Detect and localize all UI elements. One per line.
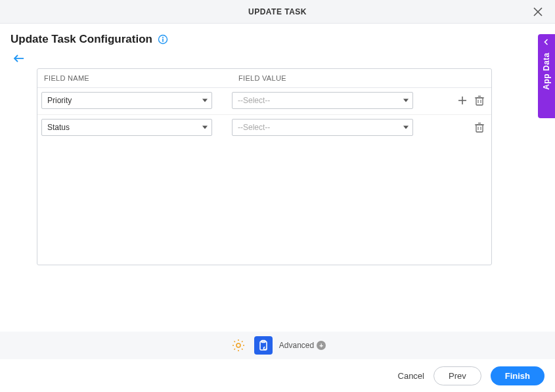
delete-row-icon[interactable] bbox=[473, 121, 486, 134]
page-title: Update Task Configuration bbox=[11, 33, 152, 46]
field-name-dropdown[interactable]: Status bbox=[41, 119, 212, 136]
plus-circle-icon: + bbox=[317, 341, 326, 350]
svg-point-18 bbox=[236, 343, 240, 347]
field-value-dropdown[interactable]: --Select-- bbox=[232, 119, 413, 136]
chevron-left-icon bbox=[543, 38, 550, 47]
back-arrow-icon[interactable] bbox=[13, 54, 25, 63]
row-actions bbox=[456, 94, 487, 107]
cancel-button[interactable]: Cancel bbox=[398, 371, 424, 381]
chevron-down-icon bbox=[202, 126, 208, 129]
clipboard-icon[interactable] bbox=[254, 336, 273, 355]
row-actions bbox=[473, 121, 487, 134]
config-table: FIELD NAME FIELD VALUE Priority --Select… bbox=[37, 68, 492, 265]
prev-button[interactable]: Prev bbox=[433, 366, 481, 385]
footer-toolbar: Advanced + bbox=[0, 332, 555, 359]
field-value-dropdown[interactable]: --Select-- bbox=[232, 92, 413, 109]
side-tab-label: App Data bbox=[542, 53, 551, 90]
chevron-down-icon bbox=[202, 99, 208, 102]
dropdown-placeholder: --Select-- bbox=[238, 123, 270, 132]
advanced-link[interactable]: Advanced + bbox=[279, 341, 326, 350]
chevron-down-icon bbox=[403, 126, 409, 129]
bottom-buttons: Cancel Prev Finish bbox=[398, 366, 544, 385]
svg-rect-13 bbox=[476, 125, 483, 132]
advanced-label: Advanced bbox=[279, 341, 314, 350]
column-header-field-name: FIELD NAME bbox=[41, 74, 236, 82]
modal-header: UPDATE TASK bbox=[0, 0, 555, 24]
settings-gear-icon[interactable] bbox=[229, 336, 248, 355]
svg-rect-8 bbox=[476, 98, 483, 105]
dropdown-text: Priority bbox=[47, 96, 72, 105]
info-icon[interactable] bbox=[158, 34, 168, 45]
add-row-icon[interactable] bbox=[456, 94, 469, 107]
dropdown-placeholder: --Select-- bbox=[238, 96, 270, 105]
app-data-side-tab[interactable]: App Data bbox=[538, 34, 555, 118]
table-body: Priority --Select-- bbox=[37, 88, 491, 139]
close-icon[interactable] bbox=[531, 5, 544, 18]
chevron-down-icon bbox=[403, 99, 409, 102]
table-row: Priority --Select-- bbox=[37, 88, 491, 115]
field-name-dropdown[interactable]: Priority bbox=[41, 92, 212, 109]
column-header-field-value: FIELD VALUE bbox=[236, 74, 487, 82]
svg-point-3 bbox=[162, 37, 164, 38]
modal-title: UPDATE TASK bbox=[248, 7, 307, 16]
table-header: FIELD NAME FIELD VALUE bbox=[37, 69, 491, 88]
content-area: Update Task Configuration FIELD NAME FIE… bbox=[0, 24, 555, 265]
dropdown-text: Status bbox=[47, 123, 70, 132]
svg-rect-4 bbox=[162, 39, 164, 42]
finish-button[interactable]: Finish bbox=[491, 366, 544, 385]
delete-row-icon[interactable] bbox=[473, 94, 486, 107]
table-row: Status --Select-- bbox=[37, 115, 491, 139]
page-title-row: Update Task Configuration bbox=[11, 33, 544, 46]
